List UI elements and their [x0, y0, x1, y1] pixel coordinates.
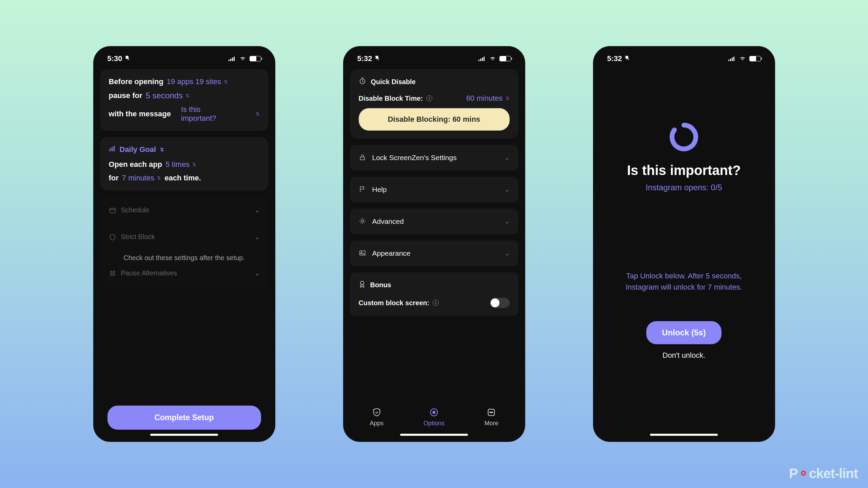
home-indicator[interactable] — [400, 434, 468, 436]
chevron-down-icon: ⌄ — [505, 250, 510, 257]
svg-rect-18 — [360, 157, 364, 160]
more-icon — [486, 407, 497, 418]
schedule-row[interactable]: Schedule ⌄ — [100, 197, 269, 223]
phone-screen-options: 5:32 Quick Disable Disable Block Time: i… — [343, 46, 525, 442]
signal-icon — [478, 56, 486, 61]
chevron-down-icon: ⌄ — [255, 270, 260, 277]
before-opening-card: Before opening 19 apps 19 sites ⇅ pause … — [100, 69, 269, 131]
status-time: 5:32 — [357, 54, 372, 63]
status-time: 5:30 — [107, 54, 122, 63]
svg-rect-14 — [480, 59, 481, 61]
chevron-updown-icon: ⇅ — [256, 111, 260, 117]
svg-point-27 — [491, 412, 492, 413]
disable-time-label: Disable Block Time: — [359, 95, 423, 102]
apps-sites-selector[interactable]: 19 apps 19 sites ⇅ — [167, 77, 228, 86]
shield-icon — [109, 233, 116, 241]
svg-rect-5 — [110, 149, 111, 151]
svg-point-19 — [361, 220, 363, 222]
custom-block-toggle[interactable] — [490, 298, 510, 308]
appearance-row[interactable]: Appearance ⌄ — [350, 240, 518, 266]
signal-icon — [229, 56, 236, 61]
svg-rect-11 — [113, 271, 115, 275]
pause-for-label: pause for — [109, 91, 142, 100]
disable-blocking-button[interactable]: Disable Blocking: 60 mins — [359, 108, 510, 131]
shield-check-icon — [371, 407, 382, 418]
tab-bar: Apps Options More — [350, 401, 518, 430]
dnd-icon — [124, 55, 130, 62]
open-times-selector[interactable]: 5 times ⇅ — [165, 160, 196, 169]
home-indicator[interactable] — [150, 434, 218, 436]
before-opening-label: Before opening — [109, 77, 163, 86]
dont-unlock-button[interactable]: Don't unlock. — [600, 351, 768, 360]
home-indicator[interactable] — [650, 434, 718, 436]
target-icon — [429, 407, 439, 418]
chevron-updown-icon: ⇅ — [224, 79, 228, 84]
info-icon[interactable]: i — [433, 300, 439, 306]
status-time: 5:32 — [607, 54, 622, 63]
signal-icon — [728, 56, 736, 61]
bonus-card: Bonus Custom block screen: i — [350, 272, 518, 316]
chevron-updown-icon: ⇅ — [157, 175, 161, 181]
svg-rect-3 — [232, 58, 233, 61]
strict-block-row[interactable]: Strict Block ⌄ — [100, 223, 269, 250]
block-question: Is this important? — [600, 163, 768, 178]
wifi-icon — [739, 56, 746, 61]
svg-rect-32 — [732, 58, 733, 61]
svg-rect-10 — [111, 271, 112, 275]
tab-apps[interactable]: Apps — [370, 407, 383, 427]
for-duration-selector[interactable]: 7 minutes ⇅ — [122, 174, 161, 182]
zen-logo-icon — [667, 120, 701, 154]
lock-icon — [359, 154, 367, 162]
tab-more[interactable]: More — [485, 407, 498, 427]
open-each-label: Open each app — [109, 160, 162, 169]
message-selector[interactable]: Is this important? ⇅ — [181, 105, 260, 123]
svg-rect-33 — [733, 57, 734, 61]
battery-icon — [250, 56, 261, 61]
for-label: for — [109, 174, 119, 182]
svg-point-22 — [360, 281, 364, 285]
pause-alternatives-row[interactable]: Pause Alternatives ⌄ — [100, 265, 269, 287]
gear-icon — [359, 217, 367, 226]
chevron-down-icon: ⌄ — [255, 207, 260, 214]
svg-point-24 — [433, 411, 435, 414]
each-time-label: each time. — [164, 174, 201, 182]
svg-rect-31 — [730, 59, 731, 61]
svg-rect-13 — [478, 60, 479, 61]
settings-hint: Check out these settings after the setup… — [100, 250, 269, 265]
with-message-label: with the message — [109, 110, 171, 118]
clock-icon — [359, 77, 366, 86]
lock-settings-row[interactable]: Lock ScreenZen's Settings ⌄ — [350, 145, 518, 171]
phone-screen-setup: 5:30 Before opening 19 apps 19 sites ⇅ p… — [93, 46, 275, 442]
svg-rect-8 — [110, 208, 115, 213]
phone-screen-block: 5:32 Is this important? Instagram opens:… — [593, 46, 775, 442]
svg-rect-7 — [114, 146, 115, 151]
open-counter: Instagram opens: 0/5 — [600, 183, 768, 192]
svg-point-26 — [490, 412, 490, 413]
svg-rect-15 — [482, 58, 483, 61]
chevron-down-icon: ⌄ — [505, 186, 510, 193]
info-icon[interactable]: i — [426, 95, 432, 101]
advanced-row[interactable]: Advanced ⌄ — [350, 209, 518, 234]
chevron-down-icon: ⌄ — [505, 218, 510, 225]
daily-goal-header[interactable]: Daily Goal ⇅ — [109, 145, 260, 154]
pause-duration-selector[interactable]: 5 seconds ⇅ — [146, 91, 190, 100]
dnd-icon — [624, 55, 630, 62]
battery-icon — [749, 56, 761, 61]
disable-time-selector[interactable]: 60 minutes ⇅ — [466, 94, 510, 103]
help-row[interactable]: Help ⌄ — [350, 177, 518, 202]
wifi-icon — [239, 56, 246, 61]
chevron-down-icon: ⌄ — [255, 233, 260, 241]
complete-setup-button[interactable]: Complete Setup — [107, 406, 261, 430]
status-bar: 5:30 — [100, 54, 269, 69]
custom-block-label: Custom block screen: — [359, 299, 430, 307]
status-bar: 5:32 — [600, 54, 768, 69]
unlock-button[interactable]: Unlock (5s) — [646, 321, 721, 344]
chevron-updown-icon: ⇅ — [185, 93, 190, 98]
chart-icon — [109, 145, 116, 154]
quick-disable-label: Quick Disable — [371, 78, 416, 86]
daily-goal-card: Daily Goal ⇅ Open each app 5 times ⇅ for… — [100, 137, 269, 191]
battery-icon — [499, 56, 511, 61]
tab-options[interactable]: Options — [423, 407, 445, 427]
svg-rect-1 — [229, 60, 230, 61]
svg-rect-2 — [230, 59, 231, 61]
